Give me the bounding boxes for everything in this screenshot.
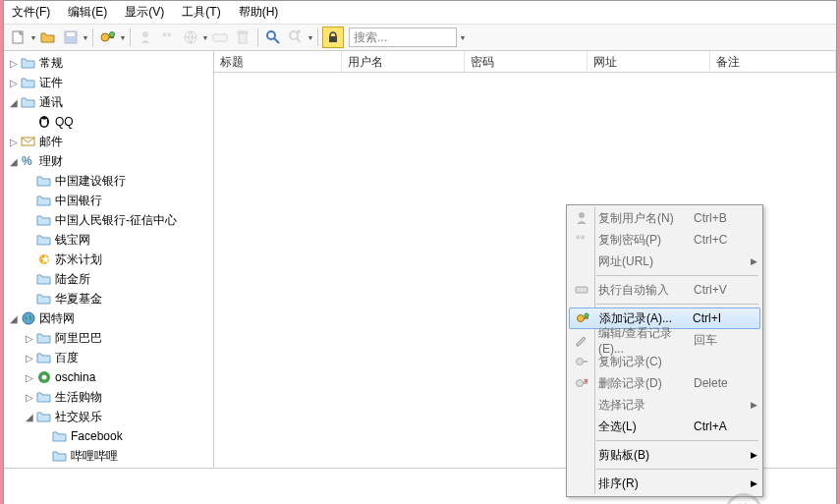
ctx-edit-entry[interactable]: 编辑/查看记录(E)...回车 [569, 329, 760, 351]
ctx-select-entry[interactable]: 选择记录▶ [569, 394, 760, 416]
menu-view[interactable]: 显示(V) [125, 4, 164, 21]
col-title[interactable]: 标题 [214, 51, 342, 72]
delete-button[interactable] [232, 27, 253, 48]
svg-point-32 [577, 380, 584, 387]
open-url-button[interactable] [180, 27, 201, 48]
svg-text:•: • [297, 29, 301, 39]
menu-tools[interactable]: 工具(T) [182, 4, 220, 21]
tree-general[interactable]: 常规 [39, 55, 63, 72]
col-user[interactable]: 用户名 [342, 51, 465, 72]
star-icon: ★ [36, 252, 52, 267]
folder-icon [36, 409, 52, 424]
show-entries-dropdown[interactable]: ▼ [308, 34, 313, 41]
svg-point-4 [110, 32, 115, 37]
tree-finance[interactable]: 理财 [39, 153, 63, 170]
svg-rect-8 [213, 34, 227, 41]
folder-icon [36, 330, 52, 346]
tree-pboc[interactable]: 中国人民银行-征信中心 [55, 212, 177, 229]
svg-point-26 [579, 212, 585, 218]
mail-icon [21, 134, 36, 149]
copy-user-button[interactable] [135, 27, 156, 48]
col-url[interactable]: 网址 [588, 51, 710, 72]
entry-list: 标题 用户名 密码 网址 备注 复制用户名(N)Ctrl+B **复制密码(P)… [214, 51, 836, 468]
save-db-button[interactable] [60, 27, 82, 48]
tree-qq[interactable]: QQ [55, 115, 74, 129]
svg-point-3 [101, 33, 109, 41]
tree-alibaba[interactable]: 阿里巴巴 [55, 330, 102, 347]
tree-huaxia[interactable]: 华夏基金 [55, 291, 102, 308]
col-pass[interactable]: 密码 [465, 51, 588, 72]
svg-text:**: ** [162, 30, 172, 44]
tree-shopping[interactable]: 生活购物 [55, 389, 102, 406]
add-entry-button[interactable] [97, 27, 119, 48]
add-entry-dropdown[interactable]: ▼ [120, 34, 126, 41]
tree-oschina[interactable]: oschina [55, 370, 95, 384]
svg-rect-14 [329, 36, 337, 42]
oschina-icon [36, 369, 52, 385]
svg-rect-9 [239, 33, 247, 43]
ctx-copy-pass[interactable]: **复制密码(P)Ctrl+C [569, 229, 760, 251]
save-db-dropdown[interactable]: ▼ [83, 34, 88, 41]
tree-ccb[interactable]: 中国建设银行 [55, 173, 126, 190]
svg-point-5 [142, 31, 148, 37]
ctx-select-all[interactable]: 全选(L)Ctrl+A [569, 416, 760, 437]
ctx-copy-user[interactable]: 复制用户名(N)Ctrl+B [569, 207, 760, 229]
new-db-button[interactable] [8, 27, 29, 48]
folder-icon [52, 448, 68, 464]
svg-point-30 [585, 313, 588, 317]
open-db-button[interactable] [37, 27, 59, 48]
tree-internet[interactable]: 因特网 [39, 310, 75, 327]
copy-pass-button[interactable]: ** [157, 27, 179, 48]
autotype-button[interactable] [209, 27, 231, 48]
svg-text:**: ** [576, 233, 586, 247]
menu-edit[interactable]: 编辑(E) [68, 4, 107, 21]
search-input[interactable]: 搜索... [349, 28, 457, 47]
show-entries-button[interactable]: • [285, 27, 307, 48]
folder-icon [36, 232, 52, 248]
svg-text:★: ★ [40, 252, 51, 266]
tree-baidu[interactable]: 百度 [55, 350, 79, 366]
search-dropdown[interactable]: ▼ [460, 34, 466, 41]
tree-social[interactable]: 社交娱乐 [55, 409, 102, 425]
folder-icon [21, 55, 36, 71]
ctx-autotype[interactable]: 执行自动输入Ctrl+V [569, 279, 760, 301]
tree-sumi[interactable]: 苏米计划 [55, 252, 102, 268]
svg-point-23 [23, 312, 34, 324]
folder-icon [21, 94, 36, 110]
tree-other[interactable]: 哔哩哔哩 [71, 448, 118, 465]
ctx-sort[interactable]: 排序(R)▶ [569, 473, 760, 494]
ctx-del-entry[interactable]: 删除记录(D)Delete [569, 372, 760, 394]
tree-facebook[interactable]: Facebook [71, 429, 123, 443]
tree-cert[interactable]: 证件 [39, 75, 63, 91]
group-tree[interactable]: ▷常规 ▷证件 ◢通讯 ·QQ ▷邮件 ◢%理财 ·中国建设银行 ·中国银行 ·… [4, 51, 214, 468]
svg-text:%: % [22, 154, 32, 168]
tree-boc[interactable]: 中国银行 [55, 193, 102, 209]
list-header: 标题 用户名 密码 网址 备注 [214, 51, 836, 73]
new-db-dropdown[interactable]: ▼ [30, 34, 36, 41]
col-notes[interactable]: 备注 [710, 51, 836, 72]
open-url-dropdown[interactable]: ▼ [202, 34, 208, 41]
folder-icon [36, 291, 52, 307]
main-area: ▷常规 ▷证件 ◢通讯 ·QQ ▷邮件 ◢%理财 ·中国建设银行 ·中国银行 ·… [4, 51, 836, 468]
ctx-url[interactable]: 网址(URL)▶ [569, 251, 760, 272]
find-button[interactable] [262, 27, 284, 48]
tree-qianbao[interactable]: 钱宝网 [55, 232, 90, 249]
ctx-dup-entry[interactable]: 复制记录(C) [569, 351, 760, 372]
svg-point-17 [41, 119, 43, 121]
qq-icon [36, 114, 52, 130]
ctx-clipboard[interactable]: 剪贴板(B)▶ [569, 444, 760, 466]
tree-mail[interactable]: 邮件 [39, 134, 63, 150]
folder-icon [36, 271, 52, 287]
toolbar: ▼ ▼ ▼ ** ▼ • ▼ 搜索... ▼ [4, 25, 836, 51]
svg-point-18 [45, 119, 47, 121]
globe-icon [21, 310, 36, 326]
svg-point-11 [267, 31, 275, 39]
folder-icon [36, 193, 52, 208]
lock-button[interactable] [322, 27, 344, 48]
folder-icon [21, 75, 36, 90]
menu-file[interactable]: 文件(F) [12, 4, 50, 21]
folder-icon [36, 173, 52, 189]
menu-help[interactable]: 帮助(H) [239, 4, 279, 21]
tree-lujin[interactable]: 陆金所 [55, 271, 90, 288]
tree-comm[interactable]: 通讯 [39, 94, 63, 111]
